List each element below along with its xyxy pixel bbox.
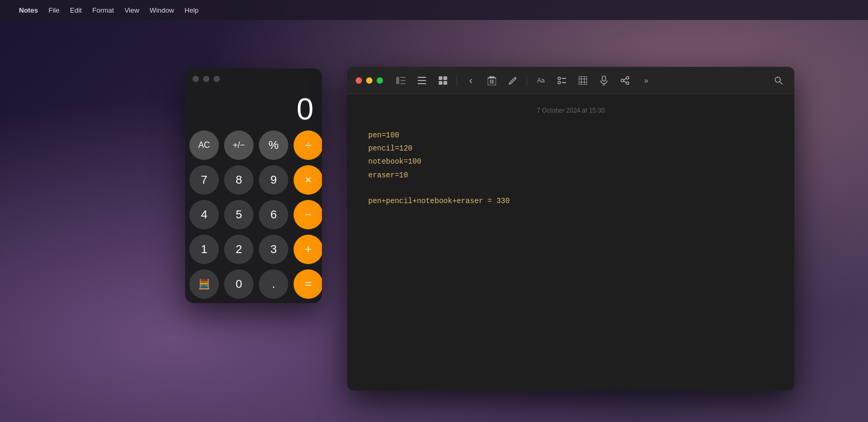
four-button[interactable]: 4 (189, 200, 219, 229)
calc-display: 0 (185, 89, 322, 130)
five-button[interactable]: 5 (224, 200, 254, 229)
svg-line-34 (780, 82, 783, 84)
svg-point-29 (621, 79, 624, 82)
calc-buttons: AC +/− % ÷ 7 8 9 × 4 5 6 − 1 2 3 + 🧮 0 .… (185, 130, 322, 303)
svg-line-32 (624, 81, 627, 83)
svg-rect-12 (490, 79, 491, 84)
font-icon[interactable]: Aa (533, 73, 548, 88)
notes-minimize-button[interactable] (366, 77, 372, 84)
ac-button[interactable]: AC (189, 130, 219, 160)
svg-rect-9 (439, 81, 442, 85)
delete-icon[interactable] (485, 73, 499, 88)
svg-line-31 (624, 78, 627, 80)
menubar-help[interactable]: Help (185, 6, 199, 14)
notes-close-button[interactable] (356, 77, 362, 84)
six-button[interactable]: 6 (259, 200, 288, 229)
note-line-3: notebook=100 (368, 155, 773, 168)
toolbar-divider-2 (527, 75, 527, 86)
notes-content[interactable]: 7 October 2024 at 15:30 pen=100 pencil=1… (347, 94, 794, 390)
notes-text[interactable]: pen=100 pencil=120 notebook=100 eraser=1… (368, 129, 773, 208)
eight-button[interactable]: 8 (224, 165, 254, 195)
calc-minimize-button[interactable] (203, 76, 209, 82)
menubar-format[interactable]: Format (92, 6, 114, 14)
notes-date: 7 October 2024 at 15:30 (368, 107, 773, 114)
menubar-notes[interactable]: Notes (19, 6, 38, 14)
svg-rect-14 (489, 76, 494, 77)
svg-rect-2 (400, 80, 406, 81)
search-icon[interactable] (771, 73, 786, 88)
notes-maximize-button[interactable] (377, 77, 383, 84)
svg-rect-18 (562, 78, 566, 79)
plus-minus-button[interactable]: +/− (224, 130, 254, 160)
svg-rect-13 (492, 79, 493, 84)
audio-icon[interactable] (597, 73, 611, 88)
one-button[interactable]: 1 (189, 235, 219, 264)
svg-rect-11 (488, 78, 496, 85)
sidebar-toggle-icon[interactable] (393, 73, 408, 88)
equals-button[interactable]: = (294, 269, 322, 299)
multiply-button[interactable]: × (294, 165, 322, 195)
menubar-edit[interactable]: Edit (70, 6, 82, 14)
svg-rect-15 (488, 77, 496, 78)
note-line-4: eraser=10 (368, 169, 773, 182)
svg-point-28 (627, 76, 629, 79)
notes-separator (368, 182, 773, 193)
svg-rect-5 (418, 80, 426, 81)
note-line-1: pen=100 (368, 129, 773, 142)
gallery-view-icon[interactable] (436, 73, 450, 88)
back-icon[interactable]: ‹ (463, 73, 478, 88)
svg-rect-4 (418, 77, 426, 78)
notes-window: ‹ Aa (347, 67, 794, 390)
add-button[interactable]: + (294, 235, 322, 264)
table-icon[interactable] (576, 73, 590, 88)
nine-button[interactable]: 9 (259, 165, 288, 195)
seven-button[interactable]: 7 (189, 165, 219, 195)
notes-toolbar: ‹ Aa (347, 67, 794, 94)
svg-rect-1 (400, 77, 406, 78)
calculator-icon-button[interactable]: 🧮 (189, 269, 219, 299)
menubar-window[interactable]: Window (150, 6, 174, 14)
list-view-icon[interactable] (415, 73, 429, 88)
decimal-button[interactable]: . (259, 269, 288, 299)
calc-number: 0 (297, 92, 314, 126)
percent-button[interactable]: % (259, 130, 288, 160)
compose-icon[interactable] (506, 73, 520, 88)
note-line-5: pen+pencil+notebook+eraser = 330 (368, 195, 773, 208)
menubar: Notes File Edit Format View Window Help (0, 0, 868, 20)
calc-close-button[interactable] (193, 76, 199, 82)
svg-rect-25 (602, 76, 605, 81)
more-icon[interactable]: » (639, 73, 653, 88)
calc-maximize-button[interactable] (214, 76, 220, 82)
svg-rect-3 (400, 83, 406, 84)
toolbar-divider-1 (457, 75, 457, 86)
divide-button[interactable]: ÷ (294, 130, 322, 160)
calc-titlebar (185, 68, 322, 89)
subtract-button[interactable]: − (294, 200, 322, 229)
calculator-window: 0 AC +/− % ÷ 7 8 9 × 4 5 6 − 1 2 3 + 🧮 0… (185, 68, 322, 303)
three-button[interactable]: 3 (259, 235, 288, 264)
note-line-2: pencil=120 (368, 142, 773, 155)
svg-rect-7 (439, 76, 442, 80)
two-button[interactable]: 2 (224, 235, 254, 264)
zero-button[interactable]: 0 (224, 269, 254, 299)
share-icon[interactable] (618, 73, 632, 88)
svg-rect-0 (396, 77, 399, 84)
menubar-file[interactable]: File (48, 6, 59, 14)
svg-point-30 (627, 82, 629, 84)
menubar-view[interactable]: View (125, 6, 139, 14)
svg-rect-6 (418, 83, 426, 84)
checklist-icon[interactable] (554, 73, 569, 88)
svg-rect-8 (443, 76, 447, 80)
svg-rect-10 (443, 81, 447, 85)
notes-traffic-lights (356, 77, 383, 84)
svg-rect-19 (562, 82, 566, 83)
svg-rect-20 (579, 76, 587, 85)
svg-point-16 (558, 77, 561, 79)
svg-point-17 (558, 81, 561, 84)
